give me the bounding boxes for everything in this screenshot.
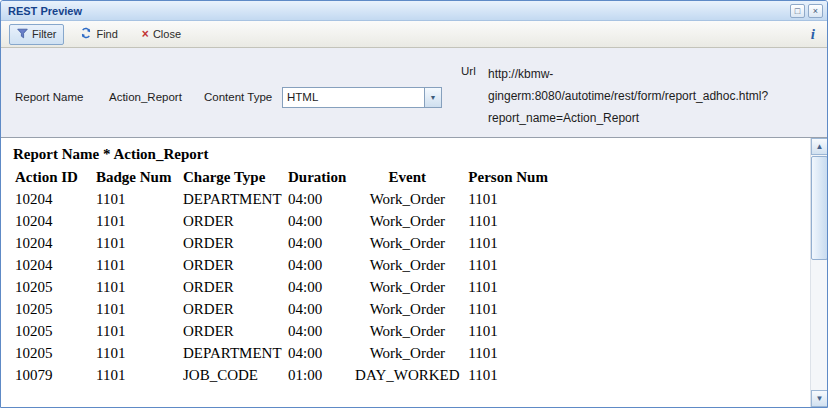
info-icon[interactable]: i — [811, 26, 819, 43]
table-cell: DEPARTMENT — [181, 342, 286, 364]
column-header: Badge Num — [94, 166, 181, 188]
table-cell: Work_Order — [348, 210, 466, 232]
table-cell: 10204 — [13, 188, 94, 210]
url-label: Url — [461, 65, 476, 77]
table-row: 102051101ORDER04:00Work_Order1101 — [13, 320, 566, 342]
table-cell: ORDER — [181, 210, 286, 232]
table-row: 100791101JOB_CODE01:00DAY_WORKED1101 — [13, 364, 566, 386]
report-name-label: Report Name — [15, 91, 83, 103]
column-header: Charge Type — [181, 166, 286, 188]
find-refresh-icon — [80, 27, 92, 41]
report-document: Report Name * Action_Report Action ID Ba… — [1, 138, 810, 407]
table-row: 102051101ORDER04:00Work_Order1101 — [13, 276, 566, 298]
table-cell: 1101 — [466, 254, 566, 276]
column-header: Action ID — [13, 166, 94, 188]
table-cell: 1101 — [466, 276, 566, 298]
report-table-body: 102041101DEPARTMENT04:00Work_Order110110… — [13, 188, 566, 386]
table-cell: ORDER — [181, 320, 286, 342]
table-cell: 10205 — [13, 342, 94, 364]
table-row: 102051101ORDER04:00Work_Order1101 — [13, 298, 566, 320]
scrollbar-thumb[interactable] — [811, 156, 827, 260]
table-cell: 1101 — [94, 254, 181, 276]
content-type-label: Content Type — [204, 91, 272, 103]
vertical-scrollbar[interactable]: ▲ ▼ — [810, 138, 827, 407]
column-header: Event — [348, 166, 466, 188]
maximize-button[interactable]: □ — [790, 4, 805, 18]
form-area: Report Name Action_Report Content Type H… — [1, 48, 827, 138]
table-cell: ORDER — [181, 254, 286, 276]
table-cell: 1101 — [94, 364, 181, 386]
close-x-icon: × — [142, 29, 149, 39]
filter-button-label: Filter — [32, 28, 56, 40]
content-type-value: HTML — [283, 88, 424, 107]
table-cell: 10079 — [13, 364, 94, 386]
url-line: report_name=Action_Report — [488, 107, 818, 129]
table-cell: DEPARTMENT — [181, 188, 286, 210]
chevron-down-icon: ▼ — [430, 94, 437, 101]
table-cell: 1101 — [466, 210, 566, 232]
report-title: Report Name * Action_Report — [13, 143, 810, 166]
report-table: Action ID Badge Num Charge Type Duration… — [13, 166, 566, 386]
table-cell: Work_Order — [348, 276, 466, 298]
content-type-select[interactable]: HTML ▼ — [282, 87, 442, 108]
report-name-value: Action_Report — [109, 91, 182, 103]
find-button-label: Find — [96, 28, 117, 40]
table-cell: 1101 — [94, 232, 181, 254]
table-cell: Work_Order — [348, 254, 466, 276]
table-row: 102041101ORDER04:00Work_Order1101 — [13, 210, 566, 232]
titlebar[interactable]: REST Preview □ × — [1, 1, 827, 21]
table-cell: 1101 — [94, 276, 181, 298]
table-cell: 1101 — [466, 364, 566, 386]
table-cell: Work_Order — [348, 342, 466, 364]
table-cell: ORDER — [181, 276, 286, 298]
table-row: 102041101ORDER04:00Work_Order1101 — [13, 254, 566, 276]
scroll-down-button[interactable]: ▼ — [811, 390, 827, 407]
table-cell: 10205 — [13, 320, 94, 342]
close-icon: × — [813, 6, 818, 16]
close-button[interactable]: × Close — [134, 24, 189, 44]
table-cell: Work_Order — [348, 232, 466, 254]
scroll-down-icon: ▼ — [816, 394, 824, 403]
table-cell: DAY_WORKED — [348, 364, 466, 386]
table-cell: 10204 — [13, 210, 94, 232]
column-header: Duration — [286, 166, 348, 188]
table-cell: 04:00 — [286, 320, 348, 342]
find-button[interactable]: Find — [72, 23, 125, 45]
scroll-up-button[interactable]: ▲ — [811, 138, 827, 155]
table-cell: 01:00 — [286, 364, 348, 386]
table-cell: 10205 — [13, 298, 94, 320]
table-cell: Work_Order — [348, 320, 466, 342]
table-header-row: Action ID Badge Num Charge Type Duration… — [13, 166, 566, 188]
maximize-icon: □ — [795, 6, 800, 16]
table-cell: 1101 — [466, 342, 566, 364]
table-cell: ORDER — [181, 298, 286, 320]
scroll-up-icon: ▲ — [816, 142, 824, 151]
table-row: 102041101ORDER04:00Work_Order1101 — [13, 232, 566, 254]
table-cell: 1101 — [466, 188, 566, 210]
column-header: Person Num — [466, 166, 566, 188]
table-cell: 1101 — [94, 320, 181, 342]
table-row: 102041101DEPARTMENT04:00Work_Order1101 — [13, 188, 566, 210]
rest-preview-window: REST Preview □ × Filter — [0, 0, 828, 408]
table-cell: 1101 — [94, 298, 181, 320]
dropdown-button[interactable]: ▼ — [424, 88, 441, 107]
window-close-button[interactable]: × — [808, 4, 823, 18]
url-line: gingerm:8080/autotime/rest/form/report_a… — [488, 85, 818, 107]
table-cell: 10204 — [13, 232, 94, 254]
table-cell: 10204 — [13, 254, 94, 276]
table-cell: JOB_CODE — [181, 364, 286, 386]
table-cell: 04:00 — [286, 276, 348, 298]
table-cell: 1101 — [94, 188, 181, 210]
filter-button[interactable]: Filter — [9, 24, 64, 45]
close-button-label: Close — [153, 28, 181, 40]
table-cell: 1101 — [466, 232, 566, 254]
table-cell: 1101 — [466, 298, 566, 320]
table-cell: 04:00 — [286, 232, 348, 254]
filter-icon — [17, 28, 28, 41]
toolbar: Filter Find × Close i — [1, 21, 827, 48]
url-value: http://kbmw- gingerm:8080/autotime/rest/… — [488, 63, 818, 129]
table-cell: 04:00 — [286, 298, 348, 320]
table-row: 102051101DEPARTMENT04:00Work_Order1101 — [13, 342, 566, 364]
table-cell: Work_Order — [348, 188, 466, 210]
report-preview-pane: Report Name * Action_Report Action ID Ba… — [1, 138, 827, 407]
